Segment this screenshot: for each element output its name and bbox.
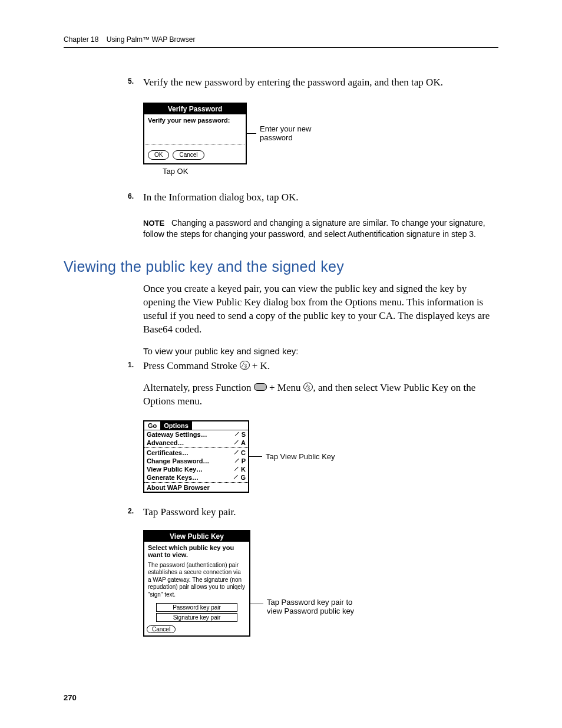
menu-item[interactable]: Generate Keys…G xyxy=(144,473,248,482)
step-text: Press Command Stroke ⁄ȝ + K. xyxy=(143,360,270,371)
callout-text: view Password public key xyxy=(267,607,354,615)
cancel-button[interactable]: Cancel xyxy=(147,625,176,633)
procedure-subhead: To view your public key and signed key: xyxy=(143,346,498,356)
callout-text: Tap Password key pair to xyxy=(267,598,354,607)
view-step-1: 1. Press Command Stroke ⁄ȝ + K. Alternat… xyxy=(143,360,498,409)
menu-go[interactable]: Go xyxy=(144,421,160,430)
menu-item[interactable]: About WAP Browser xyxy=(144,483,248,492)
view-public-key-dialog: View Public Key Select which public key … xyxy=(143,530,250,637)
menu-item[interactable]: Change Password…P xyxy=(144,457,248,465)
note-label: NOTE xyxy=(143,219,164,228)
step-alt-text: Alternately, press Function + Menu ⁄ȝ, a… xyxy=(143,381,498,409)
menu-item[interactable]: Certificates…C xyxy=(144,449,248,457)
callout-tap-view-public-key: Tap View Public Key xyxy=(266,452,335,461)
verify-password-dialog: Verify Password Verify your new password… xyxy=(143,103,247,164)
command-stroke-icon: ⁄ȝ xyxy=(240,361,250,370)
cancel-button[interactable]: Cancel xyxy=(173,150,204,160)
step-number: 5. xyxy=(128,77,134,85)
callout-text: Enter your new xyxy=(260,124,311,133)
step-text: In the Information dialog box, tap OK. xyxy=(143,192,298,203)
dialog-title: View Public Key xyxy=(144,531,249,542)
step-text: Verify the new password by entering the … xyxy=(143,77,443,88)
menu-item[interactable]: Gateway Settings…S xyxy=(144,430,248,439)
password-key-pair-button[interactable]: Password key pair xyxy=(156,603,237,612)
page-number: 270 xyxy=(64,693,77,702)
step-number: 1. xyxy=(128,361,134,369)
section-heading: Viewing the public key and the signed ke… xyxy=(64,258,498,275)
callout-tap-ok: Tap OK xyxy=(163,167,498,176)
password-input[interactable] xyxy=(146,136,244,144)
ok-button[interactable]: OK xyxy=(148,150,169,160)
note-text: Changing a password and changing a signa… xyxy=(143,218,485,239)
step-number: 6. xyxy=(128,192,134,200)
dialog-prompt: Verify your new password: xyxy=(144,114,246,127)
menu-item[interactable]: Advanced…A xyxy=(144,439,248,447)
step-5: 5. Verify the new password by entering t… xyxy=(143,76,498,90)
signature-key-pair-button[interactable]: Signature key pair xyxy=(156,613,237,622)
options-menu: Go Options Gateway Settings…SAdvanced…AC… xyxy=(143,420,249,493)
section-body: Once you create a keyed pair, you can vi… xyxy=(143,282,498,337)
callout-text: password xyxy=(260,133,311,142)
dialog-title: Verify Password xyxy=(144,104,246,114)
note-block: NOTE Changing a password and changing a … xyxy=(143,218,498,241)
view-step-2: 2. Tap Password key pair. xyxy=(143,506,498,519)
menu-options[interactable]: Options xyxy=(160,421,192,430)
step-6: 6. In the Information dialog box, tap OK… xyxy=(143,191,498,205)
figure-verify-password: Verify Password Verify your new password… xyxy=(143,103,498,164)
dialog-prompt: Select which public key you want to view… xyxy=(144,542,249,559)
running-header: Chapter 18 Using Palm™ WAP Browser xyxy=(64,35,498,48)
menu-item[interactable]: View Public Key…K xyxy=(144,465,248,473)
step-number: 2. xyxy=(128,507,134,515)
menu-stroke-icon: ⁄ȝ xyxy=(303,383,313,391)
dialog-description: The password (authentication) pair estab… xyxy=(144,559,249,602)
function-key-icon xyxy=(254,383,267,391)
step-text: Tap Password key pair. xyxy=(143,506,236,518)
figure-view-public-key: View Public Key Select which public key … xyxy=(143,530,498,637)
figure-options-menu: Go Options Gateway Settings…SAdvanced…AC… xyxy=(143,420,498,493)
